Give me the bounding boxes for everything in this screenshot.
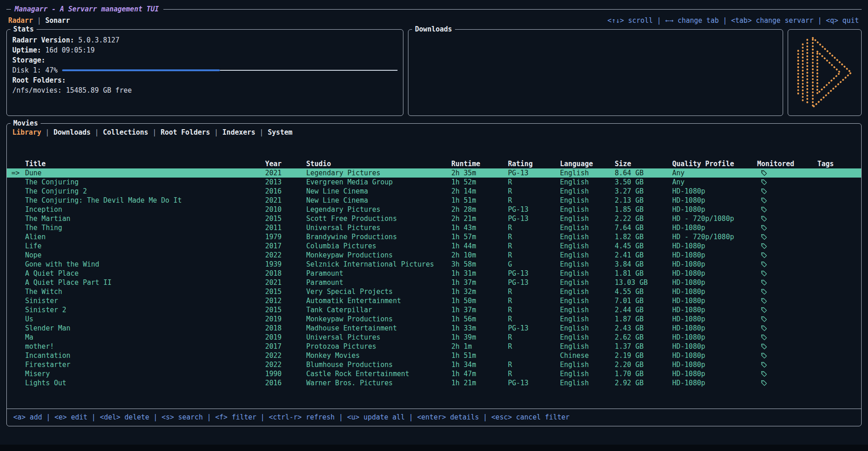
disk-usage-gauge-rest [220, 70, 398, 71]
movie-row-sinister[interactable]: Sinister2012Automatik Entertainment1h 50… [7, 296, 861, 305]
cell-studio: Protozoa Pictures [306, 342, 451, 351]
logo-panel [788, 29, 862, 116]
movie-row-life[interactable]: Life2017Columbia Pictures1h 44mREnglish4… [7, 241, 861, 251]
cell-rating: R [508, 297, 560, 305]
cell-language: English [560, 233, 615, 241]
root-folder-value-line: /nfs/movies: 15485.89 GB free [12, 85, 397, 95]
cell-monitored [757, 169, 817, 177]
movie-row-misery[interactable]: Misery1990Castle Rock Entertainment1h 47… [7, 369, 861, 378]
cell-year: 2022 [265, 251, 306, 259]
cell-year: 2015 [265, 306, 306, 314]
version-value: 5.0.3.8127 [78, 36, 119, 44]
cell-studio: Universal Pictures [306, 333, 451, 341]
movie-row-incantation[interactable]: Incantation2022Monkey Movies1h 51mChines… [7, 351, 861, 360]
cell-language: English [560, 342, 615, 351]
cell-rating: R [508, 315, 560, 323]
cell-quality-profile: HD-1080p [672, 224, 757, 232]
cell-runtime: 1h 43m [451, 224, 508, 232]
movie-row-us[interactable]: Us2019Monkeypaw Productions1h 56mREnglis… [7, 315, 861, 324]
movie-row-a-quiet-place[interactable]: A Quiet Place2018Paramount1h 31mPG-13Eng… [7, 269, 861, 278]
servarr-tab-radarr[interactable]: Radarr [8, 16, 33, 25]
movie-row-slender-man[interactable]: Slender Man2018Madhouse Entertainment1h … [7, 324, 861, 333]
selection-pointer: => [7, 169, 25, 177]
movie-row-firestarter[interactable]: Firestarter2022Blumhouse Productions1h 3… [7, 360, 861, 369]
cell-year: 2013 [265, 178, 306, 186]
stats-panel: Stats Radarr Version: 5.0.3.8127 Uptime:… [6, 29, 403, 116]
movies-table-body: =>Dune2021Legendary Pictures2h 35mPG-13E… [7, 168, 861, 388]
cell-size: 2.44 GB [615, 306, 672, 314]
cell-rating: R [508, 233, 560, 241]
app-title: Managarr - A Servarr management TUI [15, 5, 159, 13]
cell-runtime: 1h 52m [451, 178, 508, 186]
cell-size: 2.41 GB [615, 251, 672, 259]
movie-row-dune[interactable]: =>Dune2021Legendary Pictures2h 35mPG-13E… [7, 168, 861, 178]
movie-row-sinister-2[interactable]: Sinister 22015Tank Caterpillar1h 37mREng… [7, 305, 861, 315]
movie-row-the-thing[interactable]: The Thing2011Universal Pictures1h 43mREn… [7, 223, 861, 232]
monitored-tag-icon [761, 343, 767, 350]
movies-tab-downloads[interactable]: Downloads [53, 128, 90, 136]
monitored-tag-icon [761, 243, 767, 249]
monitored-tag-icon [761, 252, 767, 258]
movie-row-the-witch[interactable]: The Witch2015Very Special Projects1h 32m… [7, 287, 861, 296]
movie-row-the-conjuring-the-devil-made-me-do-it[interactable]: The Conjuring: The Devil Made Me Do It20… [7, 196, 861, 205]
root-folders-line: Root Folders: [12, 75, 397, 85]
cell-monitored [757, 269, 817, 278]
title-rule-lead [6, 9, 11, 10]
top-keybindings: <↑↓> scroll | ←→ change tab | <tab> chan… [607, 16, 859, 25]
movie-row-a-quiet-place-part-ii[interactable]: A Quiet Place Part II2021Paramount1h 37m… [7, 278, 861, 287]
column-header-monitored: Monitored [757, 160, 817, 168]
cell-monitored [757, 215, 817, 223]
movie-row-the-conjuring-2[interactable]: The Conjuring 22016New Line Cinema2h 14m… [7, 187, 861, 196]
radarr-version-line: Radarr Version: 5.0.3.8127 [12, 35, 397, 45]
cell-year: 2021 [265, 169, 306, 177]
column-header-year: Year [265, 160, 306, 168]
cell-title: Dune [25, 169, 265, 177]
movie-row-lights-out[interactable]: Lights Out2016Warner Bros. Pictures1h 21… [7, 378, 861, 388]
cell-year: 2022 [265, 361, 306, 369]
cell-title: Lights Out [25, 379, 265, 387]
movies-tab-collections[interactable]: Collections [103, 128, 148, 136]
cell-size: 1.87 GB [615, 315, 672, 323]
monitored-tag-icon [761, 188, 767, 194]
monitored-tag-icon [761, 270, 767, 277]
cell-quality-profile: HD-1080p [672, 333, 757, 341]
movies-tab-root-folders[interactable]: Root Folders [161, 128, 210, 136]
cell-rating: PG-13 [508, 324, 560, 332]
cell-language: Chinese [560, 351, 615, 360]
cell-monitored [757, 297, 817, 305]
monitored-tag-icon [761, 307, 767, 313]
tab-separator: | [41, 128, 53, 136]
cell-monitored [757, 178, 817, 186]
cell-studio: Universal Pictures [306, 224, 451, 232]
cell-monitored [757, 379, 817, 387]
cell-title: Life [25, 242, 265, 250]
movies-tab-library[interactable]: Library [12, 128, 41, 136]
movie-row-alien[interactable]: Alien1979Brandywine Productions1h 57mREn… [7, 232, 861, 241]
cell-quality-profile: HD - 720p/1080p [672, 215, 757, 223]
monitored-tag-icon [761, 298, 767, 304]
movie-row-mother[interactable]: mother!2017Protozoa Pictures2h 1mREnglis… [7, 342, 861, 351]
tab-separator: | [256, 128, 268, 136]
movies-tab-indexers[interactable]: Indexers [222, 128, 255, 136]
cell-language: English [560, 169, 615, 177]
cell-title: Gone with the Wind [25, 260, 265, 268]
storage-line: Storage: [12, 55, 397, 65]
movie-row-ma[interactable]: Ma2019Universal Pictures1h 39mREnglish2.… [7, 333, 861, 342]
cell-monitored [757, 233, 817, 241]
movie-row-gone-with-the-wind[interactable]: Gone with the Wind1939Selznick Internati… [7, 260, 861, 269]
cell-quality-profile: HD-1080p [672, 288, 757, 296]
tab-separator: | [148, 128, 161, 136]
cell-studio: Very Special Projects [306, 288, 451, 296]
movie-row-the-conjuring[interactable]: The Conjuring2013Evergreen Media Group1h… [7, 178, 861, 187]
cell-quality-profile: HD-1080p [672, 278, 757, 287]
cell-rating: R [508, 251, 560, 259]
cell-monitored [757, 370, 817, 378]
movie-row-inception[interactable]: Inception2010Legendary Pictures2h 28mPG-… [7, 205, 861, 214]
cell-title: Us [25, 315, 265, 323]
uptime-line: Uptime: 16d 09:05:19 [12, 45, 397, 55]
servarr-tab-sonarr[interactable]: Sonarr [45, 16, 70, 25]
movie-row-the-martian[interactable]: The Martian2015Scott Free Productions2h … [7, 214, 861, 223]
movies-tab-system[interactable]: System [268, 128, 293, 136]
cell-monitored [757, 315, 817, 323]
movie-row-nope[interactable]: Nope2022Monkeypaw Productions2h 10mREngl… [7, 251, 861, 260]
